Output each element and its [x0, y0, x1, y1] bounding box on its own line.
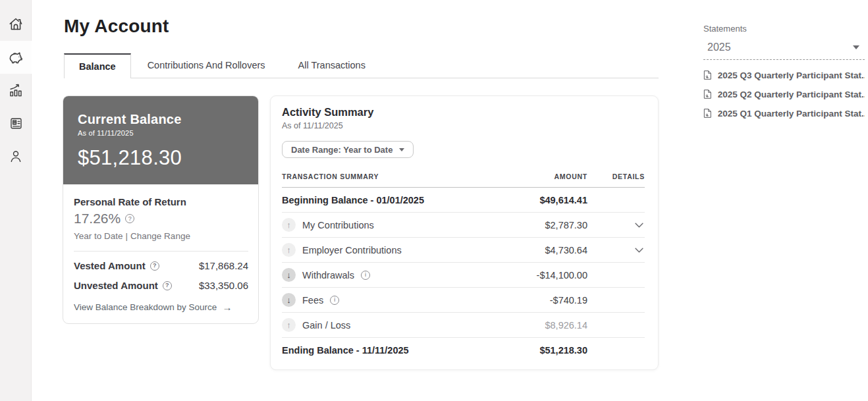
statements-year-select[interactable]: 2025 [703, 40, 865, 60]
tab-contributions-and-rollovers[interactable]: Contributions And Rollovers [131, 53, 282, 78]
statements-panel: Statements 2025 2025 Q3 Quarterly Partic… [703, 24, 865, 127]
pdf-file-icon [703, 70, 712, 80]
divider [74, 251, 248, 252]
chevron-down-icon [635, 248, 643, 253]
right-arrow-icon: → [222, 302, 232, 313]
chart-icon [7, 82, 24, 99]
row-amount: -$740.19 [489, 295, 587, 306]
statement-link-q2[interactable]: 2025 Q2 Quarterly Participant Stat... [703, 89, 865, 99]
table-row-ending-balance: Ending Balance - 11/11/2025 $51,218.30 [282, 338, 645, 363]
separator: | [126, 231, 128, 241]
expand-row-button[interactable] [634, 246, 645, 254]
table-row-beginning-balance: Beginning Balance - 01/01/2025 $49,614.4… [282, 188, 645, 213]
ror-period-text: Year to Date [74, 231, 123, 241]
down-arrow-icon: ↓ [282, 268, 296, 282]
caret-down-icon [853, 45, 859, 49]
help-icon[interactable]: ? [163, 281, 172, 290]
vested-amount-value: $17,868.24 [199, 260, 248, 271]
rate-of-return-label: Personal Rate of Return [74, 196, 248, 207]
row-label: Beginning Balance - 01/01/2025 [282, 195, 489, 205]
table-row-withdrawals: ↓ Withdrawals i -$14,100.00 [282, 263, 645, 288]
sidebar-item-statements[interactable] [0, 107, 32, 140]
date-range-label: Date Range: Year to Date [291, 145, 393, 155]
change-range-link[interactable]: Change Range [130, 231, 190, 241]
sidebar-item-profile[interactable] [0, 140, 32, 173]
statement-link-q3[interactable]: 2025 Q3 Quarterly Participant Stat... [703, 70, 865, 80]
table-row-my-contributions: ↑ My Contributions $2,787.30 [282, 213, 645, 238]
up-arrow-icon: ↑ [282, 243, 296, 257]
table-row-fees: ↓ Fees i -$740.19 [282, 288, 645, 313]
piggy-bank-icon [7, 48, 25, 67]
vested-amount-row: Vested Amount ? $17,868.24 [74, 260, 248, 271]
home-icon [7, 16, 24, 33]
row-amount: $2,787.30 [489, 220, 587, 230]
vested-amount-label: Vested Amount [74, 260, 146, 271]
table-row-gain-loss: ↑ Gain / Loss $8,926.14 [282, 313, 645, 338]
activity-summary-card: Activity Summary As of 11/11/2025 Date R… [270, 95, 659, 370]
sidebar-item-savings[interactable] [0, 41, 32, 74]
rate-of-return-value: 17.26% [74, 211, 121, 227]
tab-bar: Balance Contributions And Rollovers All … [64, 53, 659, 78]
row-label: Ending Balance - 11/11/2025 [282, 345, 489, 356]
down-arrow-icon: ↓ [282, 293, 296, 307]
sidebar-item-home[interactable] [0, 8, 32, 41]
statement-link-label: 2025 Q2 Quarterly Participant Stat... [718, 90, 865, 99]
row-amount: $51,218.30 [489, 345, 587, 356]
row-amount: $8,926.14 [489, 320, 587, 331]
row-amount: $4,730.64 [489, 245, 587, 255]
statement-link-label: 2025 Q3 Quarterly Participant Stat... [718, 70, 865, 80]
header-details: DETAILS [587, 173, 645, 180]
date-range-button[interactable]: Date Range: Year to Date [282, 141, 414, 158]
header-amount: AMOUNT [489, 173, 587, 180]
pdf-file-icon [703, 89, 712, 99]
statements-icon [8, 115, 24, 132]
activity-summary-title: Activity Summary [282, 106, 645, 119]
profile-icon [7, 147, 24, 165]
statement-link-label: 2025 Q1 Quarterly Participant Stat... [718, 109, 865, 119]
unvested-amount-label: Unvested Amount [74, 280, 158, 291]
unvested-amount-row: Unvested Amount ? $33,350.06 [74, 280, 248, 291]
current-balance-amount: $51,218.30 [78, 146, 244, 170]
sidebar-item-performance[interactable] [0, 74, 32, 107]
chevron-down-icon [635, 223, 643, 228]
table-row-employer-contributions: ↑ Employer Contributions $4,730.64 [282, 238, 645, 263]
help-icon[interactable]: ? [125, 214, 134, 223]
statements-title: Statements [703, 24, 865, 34]
current-balance-title: Current Balance [78, 112, 244, 127]
unvested-amount-value: $33,350.06 [199, 280, 248, 291]
year-select-value: 2025 [707, 41, 731, 53]
row-amount: -$14,100.00 [489, 270, 587, 281]
up-arrow-icon: ↑ [282, 318, 296, 332]
view-balance-breakdown-link[interactable]: View Balance Breakdown by Source → [74, 302, 248, 313]
current-balance-body: Personal Rate of Return 17.26% ? Year to… [63, 184, 258, 323]
sidebar [0, 0, 32, 401]
current-balance-header: Current Balance As of 11/11/2025 $51,218… [63, 96, 258, 184]
info-icon[interactable]: i [330, 296, 339, 305]
pdf-file-icon [703, 108, 712, 119]
tab-balance[interactable]: Balance [64, 53, 131, 78]
current-balance-asof: As of 11/11/2025 [78, 129, 244, 137]
app-root: My Account Balance Contributions And Rol… [0, 0, 868, 401]
statement-link-q1[interactable]: 2025 Q1 Quarterly Participant Stat... [703, 108, 865, 119]
expand-row-button[interactable] [634, 221, 645, 229]
header-transaction-summary: TRANSACTION SUMMARY [282, 173, 489, 180]
row-label: Employer Contributions [302, 245, 402, 255]
up-arrow-icon: ↑ [282, 218, 296, 232]
row-label: Gain / Loss [302, 320, 350, 331]
row-label: Withdrawals [302, 270, 354, 281]
rate-of-return-period: Year to Date|Change Range [74, 231, 248, 241]
page-title: My Account [64, 16, 169, 37]
row-amount: $49,614.41 [489, 195, 587, 205]
caret-down-icon [399, 148, 404, 151]
breakdown-link-label: View Balance Breakdown by Source [74, 302, 217, 312]
statements-list: 2025 Q3 Quarterly Participant Stat... 20… [703, 70, 865, 119]
transaction-table-header: TRANSACTION SUMMARY AMOUNT DETAILS [282, 173, 645, 188]
activity-summary-asof: As of 11/11/2025 [282, 121, 645, 130]
help-icon[interactable]: ? [150, 261, 159, 271]
tab-all-transactions[interactable]: All Transactions [282, 53, 382, 78]
current-balance-card: Current Balance As of 11/11/2025 $51,218… [63, 95, 259, 324]
row-label: Fees [302, 295, 323, 306]
row-label: My Contributions [302, 220, 374, 230]
info-icon[interactable]: i [361, 271, 370, 280]
